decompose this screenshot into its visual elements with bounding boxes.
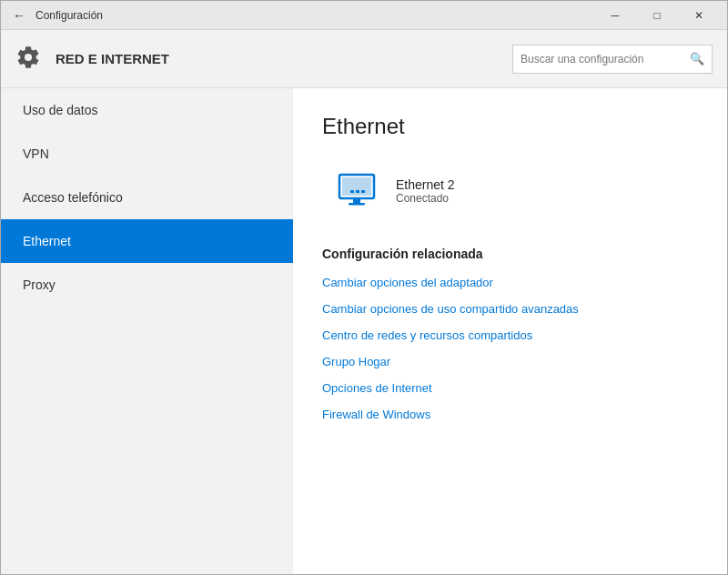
- link-firewall-windows[interactable]: Firewall de Windows: [322, 408, 698, 421]
- network-name: Ethernet 2: [396, 177, 455, 192]
- network-status: Conectado: [396, 192, 455, 205]
- close-icon: ✕: [694, 9, 703, 22]
- network-info: Ethernet 2 Conectado: [396, 177, 455, 205]
- sidebar-item-vpn[interactable]: VPN: [1, 132, 293, 176]
- sidebar-item-proxy[interactable]: Proxy: [1, 263, 293, 307]
- content-area: Ethernet Ethernet 2: [293, 88, 727, 574]
- svg-rect-6: [361, 190, 365, 193]
- search-icon: 🔍: [690, 52, 704, 66]
- svg-rect-4: [350, 190, 354, 193]
- link-cambiar-compartido[interactable]: Cambiar opciones de uso compartido avanz…: [322, 302, 698, 316]
- link-opciones-internet[interactable]: Opciones de Internet: [322, 381, 698, 395]
- network-card[interactable]: Ethernet 2 Conectado: [322, 161, 698, 221]
- app-header: RED E INTERNET 🔍: [1, 30, 727, 88]
- link-grupo-hogar[interactable]: Grupo Hogar: [322, 355, 698, 368]
- sidebar-item-acceso-telefonico[interactable]: Acceso telefónico: [1, 176, 293, 219]
- maximize-button[interactable]: □: [636, 1, 678, 30]
- page-title: Ethernet: [322, 114, 698, 139]
- app-title: RED E INTERNET: [56, 51, 512, 66]
- back-button[interactable]: ←: [8, 5, 30, 26]
- back-icon: ←: [13, 8, 25, 23]
- window: ← Configuración ─ □ ✕ RED E INTERNET 🔍: [0, 0, 728, 575]
- sidebar: Uso de datos VPN Acceso telefónico Ether…: [1, 88, 293, 574]
- search-box[interactable]: 🔍: [512, 45, 713, 74]
- minimize-button[interactable]: ─: [594, 1, 636, 30]
- svg-rect-3: [349, 203, 365, 206]
- sidebar-item-ethernet[interactable]: Ethernet: [1, 219, 293, 263]
- close-button[interactable]: ✕: [678, 1, 720, 30]
- gear-icon: [15, 45, 45, 74]
- svg-rect-5: [356, 190, 359, 193]
- maximize-icon: □: [653, 9, 660, 22]
- search-input[interactable]: [521, 53, 686, 66]
- ethernet-icon: [338, 173, 381, 209]
- minimize-icon: ─: [612, 9, 620, 22]
- sidebar-item-uso-de-datos[interactable]: Uso de datos: [1, 88, 293, 132]
- window-title: Configuración: [35, 9, 594, 22]
- related-section-title: Configuración relacionada: [322, 247, 698, 261]
- svg-rect-2: [353, 198, 360, 203]
- link-cambiar-adaptador[interactable]: Cambiar opciones del adaptador: [322, 276, 698, 289]
- link-centro-redes[interactable]: Centro de redes y recursos compartidos: [322, 328, 698, 342]
- window-controls: ─ □ ✕: [594, 1, 720, 30]
- titlebar: ← Configuración ─ □ ✕: [1, 1, 727, 30]
- main-area: Uso de datos VPN Acceso telefónico Ether…: [1, 88, 727, 574]
